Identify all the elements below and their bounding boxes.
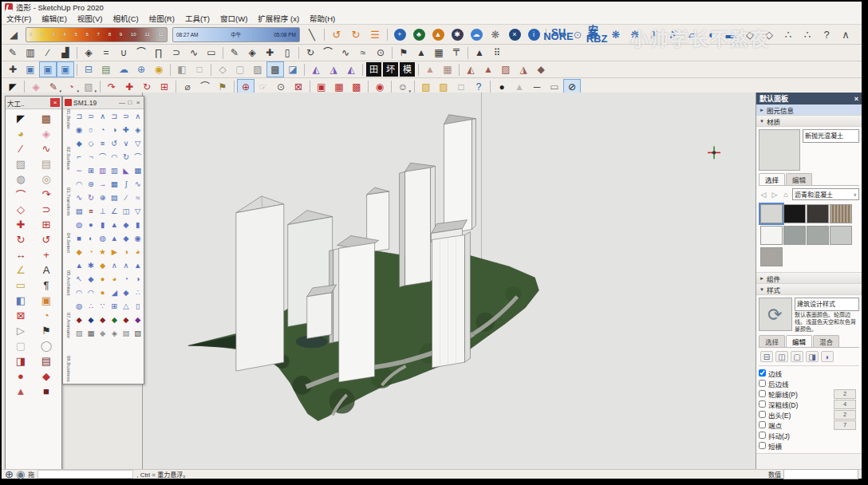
tab-编辑[interactable]: 编辑 bbox=[786, 335, 812, 347]
material-swatch[interactable] bbox=[783, 204, 806, 223]
sm-tool-icon[interactable]: ⊃ bbox=[121, 111, 132, 120]
sm-tool-icon[interactable]: ≡ bbox=[85, 206, 96, 215]
sm-tool-icon[interactable]: ↻ bbox=[121, 152, 132, 161]
sm-tool-icon[interactable]: ▤ bbox=[121, 328, 132, 337]
image-icon[interactable]: ▤ bbox=[97, 61, 115, 77]
material-category-dropdown[interactable]: 沥青和混凝土 ∨ bbox=[792, 188, 859, 200]
status-icon[interactable]: ◉ bbox=[16, 467, 25, 482]
sm-tool-icon[interactable]: ✚ bbox=[121, 124, 132, 134]
sm-tool-icon[interactable]: ◆ bbox=[121, 287, 132, 297]
sm-tool-icon[interactable]: ◇ bbox=[85, 138, 96, 148]
big-tool-icon[interactable]: ▷ bbox=[10, 323, 31, 337]
sm-tool-icon[interactable]: ⊥ bbox=[97, 206, 108, 215]
sandbox-icon[interactable]: ▲ bbox=[421, 61, 439, 77]
sm-tool-icon[interactable]: ∧ bbox=[121, 260, 132, 270]
tool-icon[interactable]: ∕ bbox=[39, 45, 57, 61]
edge-style-icon[interactable]: ◫ bbox=[775, 351, 788, 362]
sm-tool-icon[interactable]: ▯ bbox=[132, 301, 143, 310]
pentagon-box-icon[interactable]: ▢ bbox=[231, 61, 249, 77]
purple-cone-icon[interactable]: ◭ bbox=[342, 61, 360, 77]
menu-文件(F)[interactable]: 文件(F) bbox=[6, 13, 31, 24]
big-tool-icon[interactable]: ⌒ bbox=[10, 187, 31, 201]
sm-tool-icon[interactable]: ∕ bbox=[121, 192, 132, 202]
huai-button[interactable]: 坏 bbox=[383, 62, 398, 77]
menu-帮助(H)[interactable]: 帮助(H) bbox=[310, 13, 335, 24]
sm-tool-icon[interactable]: ⊛ bbox=[85, 179, 96, 188]
mo-button[interactable]: 模 bbox=[400, 62, 415, 77]
sm-tool-icon[interactable]: △ bbox=[121, 301, 132, 310]
sm-tool-icon[interactable]: ≡ bbox=[97, 138, 108, 148]
sm-tool-icon[interactable]: ⊐ bbox=[74, 111, 85, 120]
big-tool-icon[interactable]: ∕ bbox=[10, 141, 31, 156]
big-tool-icon[interactable]: ▭ bbox=[10, 278, 31, 292]
sm-tool-icon[interactable]: ⌒ bbox=[97, 152, 108, 161]
purple-cone-icon[interactable]: ◮ bbox=[325, 61, 342, 77]
drop-box-icon[interactable]: ⊟ bbox=[80, 61, 97, 77]
mountain-lines-icon[interactable]: ∧ bbox=[836, 26, 855, 43]
big-tool-icon[interactable]: ◧ bbox=[10, 293, 31, 307]
big-tool-icon[interactable]: ◈ bbox=[36, 126, 57, 140]
tool-icon[interactable]: ∏ bbox=[150, 45, 168, 61]
terrain-stamp-icon[interactable]: ▲ bbox=[479, 61, 497, 77]
big-tool-icon[interactable]: ↔ bbox=[10, 247, 31, 262]
material-swatch[interactable] bbox=[760, 204, 783, 223]
sm-tool-icon[interactable]: ◫ bbox=[121, 206, 132, 215]
gears-icon[interactable]: ❋ bbox=[486, 26, 505, 43]
sm-tool-icon[interactable]: ◆ bbox=[85, 314, 96, 324]
big-tool-icon[interactable]: ↺ bbox=[36, 232, 57, 246]
blue-cube-icon[interactable]: ◪ bbox=[284, 61, 302, 77]
sm-palette-titlebar[interactable]: SM1.19 — □ × bbox=[63, 97, 144, 109]
cloud-upload-icon[interactable]: ☁ bbox=[467, 26, 486, 43]
sm-tool-icon[interactable]: ▲ bbox=[74, 260, 85, 270]
sm-tool-icon[interactable]: ◆ bbox=[74, 246, 85, 256]
tool-icon[interactable]: ⊙ bbox=[372, 45, 389, 61]
sm-tool-icon[interactable]: ◔ bbox=[85, 246, 96, 256]
tab-选择[interactable]: 选择 bbox=[759, 173, 785, 185]
tab-编辑[interactable]: 编辑 bbox=[786, 173, 812, 185]
tian-button[interactable]: 田 bbox=[366, 62, 381, 77]
blue-box-icon[interactable]: ▣ bbox=[39, 61, 57, 77]
tool-icon[interactable]: ▯ bbox=[278, 45, 296, 61]
material-swatch[interactable] bbox=[807, 226, 829, 245]
value-field[interactable]: 2 bbox=[834, 389, 856, 399]
sm-tool-icon[interactable]: ⊃ bbox=[85, 111, 96, 120]
entity-info-section[interactable]: ► 图元信息 bbox=[756, 104, 862, 116]
install-rbz-icon[interactable]: 安装RBZ bbox=[587, 26, 606, 43]
material-swatch[interactable] bbox=[830, 226, 852, 245]
edge-style-icon[interactable]: ⊟ bbox=[760, 351, 773, 362]
sm-tool-icon[interactable]: ¬ bbox=[85, 152, 96, 161]
sm-tool-icon[interactable]: ∵ bbox=[97, 301, 108, 310]
sm-tool-icon[interactable]: ○ bbox=[85, 124, 96, 134]
blue-box-icon[interactable]: ▣ bbox=[57, 61, 74, 77]
sm-tool-icon[interactable]: ⊕ bbox=[97, 192, 108, 202]
tool-icon[interactable]: ▥ bbox=[22, 45, 39, 61]
checkbox[interactable] bbox=[759, 411, 766, 418]
3d-viewport[interactable]: 大工.. × ◤▩◕◈∕∿▨▤◍◎⌒↷◇⊃✚⊞↻↺↔+∠A▭¶◧▣⊠◔▷⚑▢◯◨… bbox=[142, 93, 756, 470]
sm-tool-icon[interactable]: ▮ bbox=[132, 219, 143, 229]
sm-tool-icon[interactable]: ▮ bbox=[97, 219, 108, 229]
sm-tool-icon[interactable]: ◈ bbox=[132, 124, 143, 134]
check-短横[interactable]: 短横 bbox=[759, 440, 859, 451]
sm-tool-icon[interactable]: ◕ bbox=[132, 246, 143, 256]
su-more-icon[interactable]: SUNORE bbox=[549, 26, 568, 43]
sm-tool-icon[interactable]: ◆ bbox=[74, 314, 85, 324]
sm-tool-icon[interactable]: ⊞ bbox=[85, 165, 96, 175]
close-x-icon[interactable]: × bbox=[505, 26, 524, 43]
big-tool-icon[interactable]: ↻ bbox=[10, 232, 31, 246]
sm-tool-icon[interactable]: ≈ bbox=[132, 192, 143, 202]
sm-tool-icon[interactable]: ∧ bbox=[132, 111, 143, 120]
sm-tool-icon[interactable]: ∿ bbox=[132, 179, 143, 188]
tool-icon[interactable]: ▲ bbox=[471, 45, 488, 61]
components-section[interactable]: ► 组件 bbox=[756, 273, 862, 284]
close-icon[interactable]: × bbox=[134, 99, 142, 106]
gear-icon[interactable]: ❋ bbox=[606, 26, 625, 43]
sm-tool-icon[interactable]: ● bbox=[97, 287, 108, 297]
tool-icon[interactable]: ✎ bbox=[4, 45, 22, 61]
sm-tool-icon[interactable]: ↻ bbox=[85, 192, 96, 202]
material-swatch[interactable] bbox=[783, 226, 806, 245]
sm-tool-icon[interactable]: ∧ bbox=[97, 111, 108, 120]
sm-tool-icon[interactable]: ◑ bbox=[132, 274, 143, 283]
measurement-input[interactable] bbox=[783, 469, 858, 479]
big-tool-icon[interactable]: ▤ bbox=[36, 353, 57, 368]
check-后边线[interactable]: 后边线 bbox=[759, 378, 859, 388]
